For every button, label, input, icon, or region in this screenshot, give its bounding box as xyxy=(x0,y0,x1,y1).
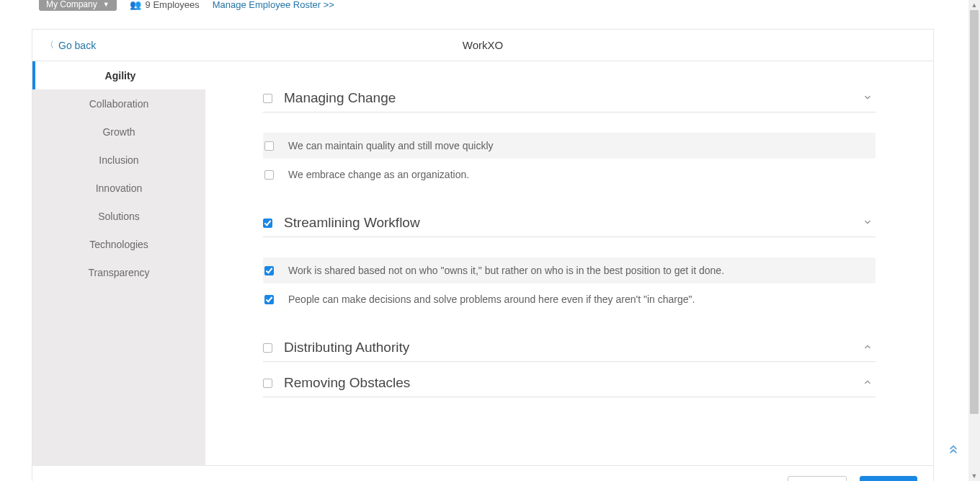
section-checkbox[interactable] xyxy=(263,94,272,103)
sidebar-item-innovation[interactable]: Innovation xyxy=(32,174,205,202)
panel-title: WorkXO xyxy=(32,39,933,51)
section-header: Managing Change xyxy=(263,90,876,112)
panel-header: 〈 Go back WorkXO xyxy=(32,30,933,61)
item-checkbox[interactable] xyxy=(264,170,274,180)
go-back-label: Go back xyxy=(58,40,96,51)
item-checkbox[interactable] xyxy=(264,295,274,304)
company-label: My Company xyxy=(46,0,97,9)
chevron-left-icon: 〈 xyxy=(45,39,54,51)
item-row: We can maintain quality and still move q… xyxy=(263,133,876,159)
item-text: Work is shared based not on who "owns it… xyxy=(288,262,724,279)
cancel-button[interactable]: Cancel xyxy=(788,476,847,481)
section: Streamlining WorkflowWork is shared base… xyxy=(263,215,876,312)
top-bar: My Company ▼ 👥 9 Employees Manage Employ… xyxy=(0,0,966,14)
chevron-up-icon[interactable] xyxy=(860,342,876,354)
section-title: Removing Obstacles xyxy=(284,375,860,391)
item-checkbox[interactable] xyxy=(264,141,274,151)
company-dropdown[interactable]: My Company ▼ xyxy=(39,0,117,11)
sidebar-item-growth[interactable]: Growth xyxy=(32,118,205,146)
sidebar-item-transparency[interactable]: Transparency xyxy=(32,258,205,286)
section: Managing ChangeWe can maintain quality a… xyxy=(263,90,876,187)
item-text: People can make decisions and solve prob… xyxy=(288,291,695,308)
section-items: We can maintain quality and still move q… xyxy=(263,133,876,187)
section-items: Work is shared based not on who "owns it… xyxy=(263,257,876,312)
scroll-top-button[interactable] xyxy=(947,443,960,459)
scroll-up-arrow[interactable]: ▲ xyxy=(968,0,980,10)
create-button[interactable]: Create xyxy=(860,476,917,481)
sidebar-item-collaboration[interactable]: Collaboration xyxy=(32,89,205,118)
chevron-up-icon[interactable] xyxy=(860,377,876,389)
section-checkbox[interactable] xyxy=(263,219,272,228)
item-row: People can make decisions and solve prob… xyxy=(263,286,876,312)
section-header: Streamlining Workflow xyxy=(263,215,876,237)
section-header: Removing Obstacles xyxy=(263,375,876,397)
item-text: We can maintain quality and still move q… xyxy=(288,137,494,154)
sidebar-item-solutions[interactable]: Solutions xyxy=(32,202,205,230)
employees-text: 9 Employees xyxy=(146,0,200,10)
item-row: Work is shared based not on who "owns it… xyxy=(263,257,876,283)
sidebar-item-agility[interactable]: Agility xyxy=(32,61,205,89)
panel-footer: Cancel Create xyxy=(32,465,933,481)
employees-count: 👥 9 Employees xyxy=(130,0,200,10)
section: Distributing Authority xyxy=(263,340,876,362)
caret-down-icon: ▼ xyxy=(103,1,110,8)
item-text: We embrace change as an organization. xyxy=(288,166,469,183)
users-icon: 👥 xyxy=(130,0,141,10)
scrollbar[interactable]: ▲ ▼ xyxy=(968,0,980,481)
manage-roster-link[interactable]: Manage Employee Roster >> xyxy=(213,0,334,10)
category-sidebar: AgilityCollaborationGrowthInclusionInnov… xyxy=(32,61,205,465)
section-title: Streamlining Workflow xyxy=(284,215,860,231)
section-title: Distributing Authority xyxy=(284,340,860,356)
go-back-button[interactable]: 〈 Go back xyxy=(32,39,96,51)
item-row: We embrace change as an organization. xyxy=(263,162,876,187)
section: Removing Obstacles xyxy=(263,375,876,397)
section-checkbox[interactable] xyxy=(263,343,272,353)
panel-body: AgilityCollaborationGrowthInclusionInnov… xyxy=(32,61,933,465)
sidebar-item-inclusion[interactable]: Inclusion xyxy=(32,146,205,174)
chevron-down-icon[interactable] xyxy=(860,217,876,229)
scroll-down-arrow[interactable]: ▼ xyxy=(968,471,980,481)
sidebar-item-technologies[interactable]: Technologies xyxy=(32,230,205,258)
scroll-thumb[interactable] xyxy=(970,10,979,414)
main-panel: 〈 Go back WorkXO AgilityCollaborationGro… xyxy=(32,29,934,481)
content-area: Managing ChangeWe can maintain quality a… xyxy=(205,61,933,465)
section-title: Managing Change xyxy=(284,90,860,106)
section-checkbox[interactable] xyxy=(263,379,272,388)
section-header: Distributing Authority xyxy=(263,340,876,362)
chevron-down-icon[interactable] xyxy=(860,92,876,105)
item-checkbox[interactable] xyxy=(264,266,274,275)
